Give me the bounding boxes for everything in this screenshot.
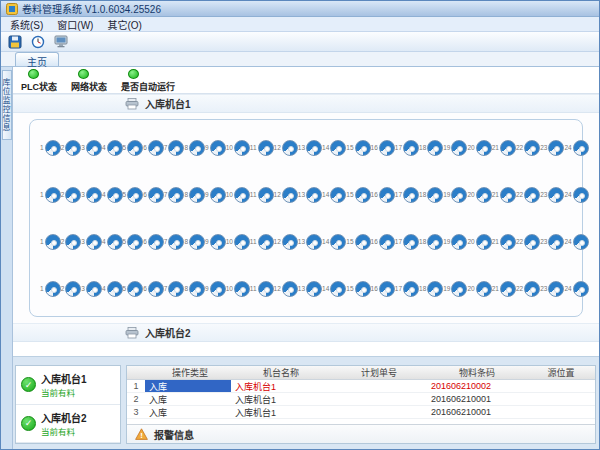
roll-slot-gauge[interactable]	[168, 281, 184, 297]
table-cell[interactable]: 入库	[145, 380, 231, 392]
roll-slot-gauge[interactable]	[45, 187, 61, 203]
roll-slot-gauge[interactable]	[127, 187, 143, 203]
roll-slot-gauge[interactable]	[86, 187, 102, 203]
table-cell[interactable]	[327, 393, 427, 405]
table-cell[interactable]	[523, 393, 595, 405]
roll-slot-gauge[interactable]	[189, 140, 205, 156]
roll-slot-gauge[interactable]	[189, 187, 205, 203]
roll-slot-gauge[interactable]	[451, 187, 467, 203]
title-bar[interactable]: 卷料管理系统 V1.0.6034.25526	[1, 1, 599, 17]
roll-slot-gauge[interactable]	[548, 187, 564, 203]
roll-slot-gauge[interactable]	[234, 187, 250, 203]
roll-slot-gauge[interactable]	[524, 140, 540, 156]
roll-slot-gauge[interactable]	[573, 187, 589, 203]
header-source-location[interactable]: 源位置	[523, 366, 595, 379]
table-cell[interactable]	[327, 406, 427, 418]
roll-slot-gauge[interactable]	[573, 234, 589, 250]
roll-slot-gauge[interactable]	[451, 281, 467, 297]
roll-slot-gauge[interactable]	[573, 281, 589, 297]
roll-slot-gauge[interactable]	[45, 140, 61, 156]
roll-slot-gauge[interactable]	[210, 187, 226, 203]
table-cell[interactable]: 201606210001	[427, 406, 523, 418]
table-cell[interactable]: 入库机台1	[231, 380, 327, 392]
clock-button[interactable]	[28, 33, 48, 50]
roll-slot-gauge[interactable]	[127, 140, 143, 156]
roll-slot-gauge[interactable]	[86, 140, 102, 156]
roll-slot-gauge[interactable]	[282, 140, 298, 156]
roll-slot-gauge[interactable]	[476, 281, 492, 297]
roll-slot-gauge[interactable]	[282, 281, 298, 297]
roll-slot-gauge[interactable]	[234, 234, 250, 250]
roll-slot-gauge[interactable]	[210, 281, 226, 297]
machine2-status-card[interactable]: ✓ 入库机台2 当前有料	[16, 405, 120, 444]
roll-slot-gauge[interactable]	[234, 281, 250, 297]
roll-slot-gauge[interactable]	[379, 281, 395, 297]
roll-slot-gauge[interactable]	[148, 234, 164, 250]
roll-slot-gauge[interactable]	[427, 187, 443, 203]
table-row[interactable]: 3入库入库机台1201606210001	[127, 406, 595, 419]
roll-slot-gauge[interactable]	[258, 187, 274, 203]
roll-slot-gauge[interactable]	[573, 140, 589, 156]
table-cell[interactable]: 入库	[145, 406, 231, 418]
table-cell[interactable]: 201606210002	[427, 380, 523, 392]
roll-slot-gauge[interactable]	[403, 234, 419, 250]
roll-slot-gauge[interactable]	[148, 187, 164, 203]
roll-slot-gauge[interactable]	[500, 281, 516, 297]
roll-slot-gauge[interactable]	[500, 187, 516, 203]
roll-slot-gauge[interactable]	[168, 140, 184, 156]
roll-slot-gauge[interactable]	[107, 234, 123, 250]
roll-slot-gauge[interactable]	[148, 281, 164, 297]
roll-slot-gauge[interactable]	[330, 281, 346, 297]
roll-slot-gauge[interactable]	[127, 281, 143, 297]
save-button[interactable]	[5, 33, 25, 50]
alarm-bar[interactable]: ! 报警信息	[127, 424, 595, 443]
roll-slot-gauge[interactable]	[107, 187, 123, 203]
table-cell[interactable]: 入库	[145, 393, 231, 405]
roll-slot-gauge[interactable]	[65, 281, 81, 297]
menu-system[interactable]: 系统(S)	[3, 17, 50, 32]
roll-slot-gauge[interactable]	[127, 234, 143, 250]
roll-slot-gauge[interactable]	[282, 187, 298, 203]
roll-slot-gauge[interactable]	[355, 234, 371, 250]
roll-slot-gauge[interactable]	[45, 234, 61, 250]
roll-slot-gauge[interactable]	[355, 281, 371, 297]
menu-other[interactable]: 其它(O)	[100, 17, 148, 32]
roll-slot-gauge[interactable]	[306, 187, 322, 203]
roll-slot-gauge[interactable]	[107, 140, 123, 156]
roll-slot-gauge[interactable]	[403, 140, 419, 156]
roll-slot-gauge[interactable]	[403, 187, 419, 203]
roll-slot-gauge[interactable]	[379, 234, 395, 250]
roll-slot-gauge[interactable]	[476, 234, 492, 250]
table-cell[interactable]: 201606210001	[427, 393, 523, 405]
tab-home[interactable]: 主页	[15, 52, 59, 66]
roll-slot-gauge[interactable]	[86, 234, 102, 250]
roll-slot-gauge[interactable]	[379, 140, 395, 156]
header-plan-number[interactable]: 计划单号	[327, 366, 427, 379]
roll-slot-gauge[interactable]	[427, 281, 443, 297]
splitter[interactable]	[13, 356, 599, 363]
roll-slot-gauge[interactable]	[524, 187, 540, 203]
roll-slot-gauge[interactable]	[476, 187, 492, 203]
roll-slot-gauge[interactable]	[548, 140, 564, 156]
roll-slot-gauge[interactable]	[65, 234, 81, 250]
table-cell[interactable]: 入库机台1	[231, 406, 327, 418]
roll-slot-gauge[interactable]	[86, 281, 102, 297]
monitor-button[interactable]	[51, 33, 71, 50]
side-vertical-tab[interactable]: 库位监控信息	[2, 70, 12, 140]
roll-slot-gauge[interactable]	[306, 234, 322, 250]
table-cell[interactable]: 2	[127, 393, 145, 405]
table-row[interactable]: 2入库入库机台1201606210001	[127, 393, 595, 406]
roll-slot-gauge[interactable]	[258, 140, 274, 156]
table-cell[interactable]: 1	[127, 380, 145, 392]
roll-slot-gauge[interactable]	[282, 234, 298, 250]
menu-window[interactable]: 窗口(W)	[50, 17, 100, 32]
roll-slot-gauge[interactable]	[427, 234, 443, 250]
roll-slot-gauge[interactable]	[189, 281, 205, 297]
roll-slot-gauge[interactable]	[258, 234, 274, 250]
table-row[interactable]: 1入库入库机台1201606210002	[127, 380, 595, 393]
roll-slot-gauge[interactable]	[476, 140, 492, 156]
roll-slot-gauge[interactable]	[330, 234, 346, 250]
roll-slot-gauge[interactable]	[210, 234, 226, 250]
roll-slot-gauge[interactable]	[524, 234, 540, 250]
roll-slot-gauge[interactable]	[306, 140, 322, 156]
